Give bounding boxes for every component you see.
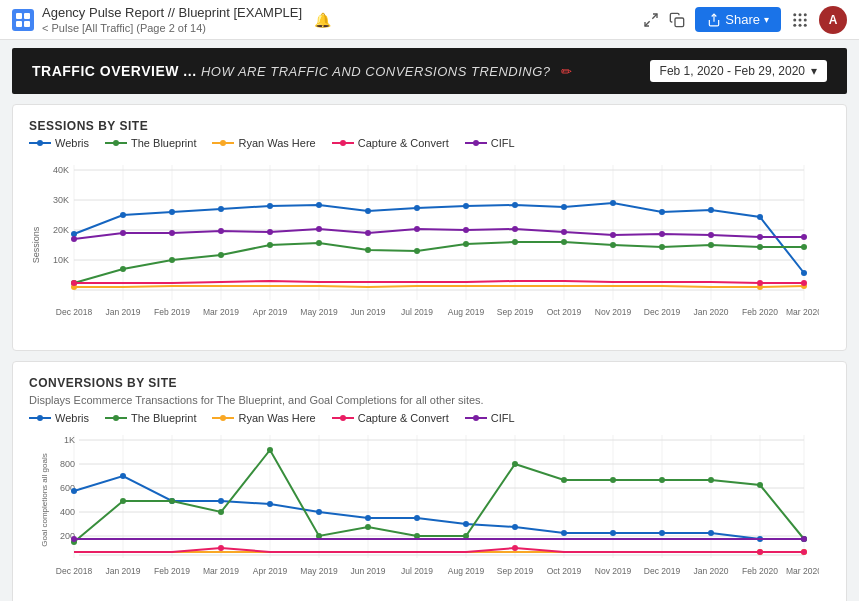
- svg-text:Aug 2019: Aug 2019: [448, 566, 485, 576]
- share-button[interactable]: Share ▾: [695, 7, 781, 32]
- svg-point-82: [708, 242, 714, 248]
- conversions-card-subtitle: Displays Ecommerce Transactions for The …: [29, 394, 830, 406]
- svg-text:Sep 2019: Sep 2019: [497, 307, 534, 317]
- svg-point-56: [218, 206, 224, 212]
- svg-rect-1: [24, 13, 30, 19]
- svg-text:1K: 1K: [64, 435, 75, 445]
- grid-menu-button[interactable]: [791, 11, 809, 29]
- svg-point-26: [473, 140, 479, 146]
- svg-point-164: [218, 498, 224, 504]
- legend-ryanwashere-label: Ryan Was Here: [238, 137, 315, 149]
- svg-point-65: [659, 209, 665, 215]
- svg-point-83: [757, 244, 763, 250]
- svg-point-8: [793, 13, 796, 16]
- svg-text:40K: 40K: [53, 165, 69, 175]
- svg-rect-6: [675, 18, 684, 27]
- svg-text:Nov 2019: Nov 2019: [595, 566, 632, 576]
- svg-point-80: [610, 242, 616, 248]
- conv-legend-cifl: CIFL: [465, 412, 515, 424]
- svg-point-102: [610, 232, 616, 238]
- svg-text:Dec 2019: Dec 2019: [644, 566, 681, 576]
- svg-text:Feb 2019: Feb 2019: [154, 307, 190, 317]
- svg-point-58: [316, 202, 322, 208]
- svg-point-79: [561, 239, 567, 245]
- svg-point-72: [218, 252, 224, 258]
- svg-point-57: [267, 203, 273, 209]
- copy-button[interactable]: [669, 12, 685, 28]
- svg-point-106: [801, 234, 807, 240]
- svg-point-84: [801, 244, 807, 250]
- svg-point-128: [220, 415, 226, 421]
- svg-point-88: [71, 280, 77, 286]
- banner-title-area: TRAFFIC OVERVIEW ... HOW ARE TRAFFIC AND…: [32, 62, 572, 80]
- svg-point-70: [120, 266, 126, 272]
- svg-point-54: [120, 212, 126, 218]
- share-dropdown-arrow[interactable]: ▾: [764, 14, 769, 25]
- share-label: Share: [725, 12, 760, 27]
- svg-text:Aug 2019: Aug 2019: [448, 307, 485, 317]
- svg-point-124: [37, 415, 43, 421]
- svg-text:Sep 2019: Sep 2019: [497, 566, 534, 576]
- svg-point-197: [757, 549, 763, 555]
- svg-point-165: [267, 501, 273, 507]
- banner-title-static: TRAFFIC OVERVIEW ...: [32, 63, 197, 79]
- svg-point-188: [610, 477, 616, 483]
- app-logo: [12, 9, 34, 31]
- svg-point-191: [757, 482, 763, 488]
- svg-point-195: [218, 545, 224, 551]
- svg-point-198: [801, 549, 807, 555]
- legend-captureconvert: Capture & Convert: [332, 137, 449, 149]
- date-range-dropdown-icon[interactable]: ▾: [811, 64, 817, 78]
- fullscreen-button[interactable]: [643, 12, 659, 28]
- date-range-text: Feb 1, 2020 - Feb 29, 2020: [660, 64, 805, 78]
- svg-point-180: [218, 509, 224, 515]
- conv-legend-ryanwashere-label: Ryan Was Here: [238, 412, 315, 424]
- svg-text:Nov 2019: Nov 2019: [595, 307, 632, 317]
- svg-point-196: [512, 545, 518, 551]
- svg-point-78: [512, 239, 518, 245]
- svg-point-62: [512, 202, 518, 208]
- sessions-card-title: SESSIONS BY SITE: [29, 119, 830, 133]
- svg-point-126: [113, 415, 119, 421]
- svg-text:Jul 2019: Jul 2019: [401, 566, 433, 576]
- legend-webris-label: Webris: [55, 137, 89, 149]
- svg-text:10K: 10K: [53, 255, 69, 265]
- bell-icon[interactable]: 🔔: [314, 12, 331, 28]
- svg-point-89: [757, 280, 763, 286]
- svg-point-166: [316, 509, 322, 515]
- svg-point-187: [561, 477, 567, 483]
- svg-point-94: [218, 228, 224, 234]
- legend-cifl: CIFL: [465, 137, 515, 149]
- svg-point-14: [793, 23, 796, 26]
- svg-point-103: [659, 231, 665, 237]
- conv-legend-captureconvert-label: Capture & Convert: [358, 412, 449, 424]
- sessions-legend: Webris The Blueprint Ryan Was Here Captu…: [29, 137, 830, 149]
- avatar[interactable]: A: [819, 6, 847, 34]
- svg-text:Goal completions all goals: Goal completions all goals: [40, 453, 49, 546]
- svg-point-24: [340, 140, 346, 146]
- svg-text:Jun 2019: Jun 2019: [351, 307, 386, 317]
- svg-point-61: [463, 203, 469, 209]
- svg-point-77: [463, 241, 469, 247]
- legend-webris: Webris: [29, 137, 89, 149]
- svg-point-12: [799, 18, 802, 21]
- conv-legend-blueprint: The Blueprint: [105, 412, 196, 424]
- svg-point-99: [463, 227, 469, 233]
- legend-captureconvert-label: Capture & Convert: [358, 137, 449, 149]
- svg-point-183: [365, 524, 371, 530]
- date-range-picker[interactable]: Feb 1, 2020 - Feb 29, 2020 ▾: [650, 60, 827, 82]
- svg-text:Oct 2019: Oct 2019: [547, 307, 582, 317]
- conv-legend-blueprint-label: The Blueprint: [131, 412, 196, 424]
- svg-point-13: [804, 18, 807, 21]
- svg-point-186: [512, 461, 518, 467]
- svg-point-90: [801, 280, 807, 286]
- svg-point-92: [120, 230, 126, 236]
- svg-point-81: [659, 244, 665, 250]
- sessions-chart-area: 40K 30K 20K 10K Sessions: [29, 155, 830, 344]
- banner-edit-icon[interactable]: ✏: [561, 64, 572, 79]
- svg-point-170: [512, 524, 518, 530]
- conv-legend-ryanwashere: Ryan Was Here: [212, 412, 315, 424]
- svg-point-189: [659, 477, 665, 483]
- breadcrumb[interactable]: < Pulse [All Traffic] (Page 2 of 14): [42, 22, 302, 34]
- svg-point-15: [799, 23, 802, 26]
